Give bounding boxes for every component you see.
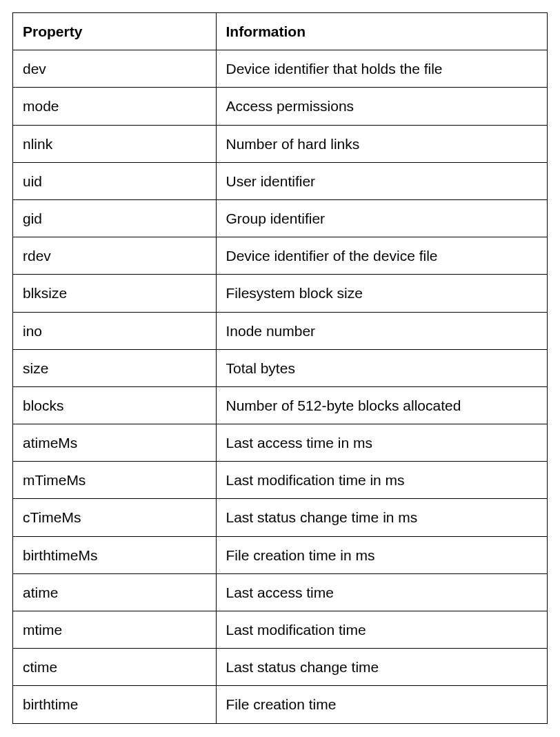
properties-table: Property Information dev Device identifi…: [12, 12, 548, 724]
cell-information: Device identifier that holds the file: [216, 50, 548, 88]
cell-property: dev: [13, 50, 217, 88]
cell-property: birthtime: [13, 686, 217, 723]
cell-information: Inode number: [216, 312, 548, 349]
cell-property: blksize: [13, 275, 217, 312]
cell-information: User identifier: [216, 162, 548, 199]
header-property: Property: [13, 13, 217, 50]
cell-property: rdev: [13, 237, 217, 275]
cell-property: mode: [13, 88, 217, 125]
cell-information: Last access time: [216, 573, 548, 611]
cell-information: Total bytes: [216, 349, 548, 386]
cell-information: Last access time in ms: [216, 424, 548, 462]
cell-property: size: [13, 349, 217, 386]
table-row: blksize Filesystem block size: [13, 275, 548, 312]
cell-information: Last status change time in ms: [216, 499, 548, 536]
table-row: mTimeMs Last modification time in ms: [13, 462, 548, 499]
table-row: gid Group identifier: [13, 199, 548, 237]
table-row: atimeMs Last access time in ms: [13, 424, 548, 462]
table-row: ino Inode number: [13, 312, 548, 349]
cell-property: mTimeMs: [13, 462, 217, 499]
cell-property: uid: [13, 162, 217, 199]
table-row: mtime Last modification time: [13, 611, 548, 649]
cell-property: blocks: [13, 386, 217, 424]
table-row: birthtimeMs File creation time in ms: [13, 536, 548, 573]
cell-information: Last status change time: [216, 649, 548, 686]
cell-information: Number of hard links: [216, 125, 548, 162]
cell-information: Number of 512-byte blocks allocated: [216, 386, 548, 424]
cell-property: ino: [13, 312, 217, 349]
table-row: mode Access permissions: [13, 88, 548, 125]
cell-property: nlink: [13, 125, 217, 162]
table-row: atime Last access time: [13, 573, 548, 611]
table-row: uid User identifier: [13, 162, 548, 199]
table-row: nlink Number of hard links: [13, 125, 548, 162]
table-row: ctime Last status change time: [13, 649, 548, 686]
header-information: Information: [216, 13, 548, 50]
table-row: size Total bytes: [13, 349, 548, 386]
cell-property: ctime: [13, 649, 217, 686]
table-row: birthtime File creation time: [13, 686, 548, 723]
cell-information: File creation time in ms: [216, 536, 548, 573]
table-header-row: Property Information: [13, 13, 548, 50]
cell-information: Last modification time in ms: [216, 462, 548, 499]
table-row: rdev Device identifier of the device fil…: [13, 237, 548, 275]
table-row: dev Device identifier that holds the fil…: [13, 50, 548, 88]
cell-information: Last modification time: [216, 611, 548, 649]
cell-property: cTimeMs: [13, 499, 217, 536]
cell-property: mtime: [13, 611, 217, 649]
cell-property: birthtimeMs: [13, 536, 217, 573]
table-row: cTimeMs Last status change time in ms: [13, 499, 548, 536]
cell-property: atimeMs: [13, 424, 217, 462]
cell-property: atime: [13, 573, 217, 611]
table-row: blocks Number of 512-byte blocks allocat…: [13, 386, 548, 424]
cell-information: Access permissions: [216, 88, 548, 125]
cell-information: File creation time: [216, 686, 548, 723]
cell-information: Filesystem block size: [216, 275, 548, 312]
cell-property: gid: [13, 199, 217, 237]
cell-information: Group identifier: [216, 199, 548, 237]
cell-information: Device identifier of the device file: [216, 237, 548, 275]
